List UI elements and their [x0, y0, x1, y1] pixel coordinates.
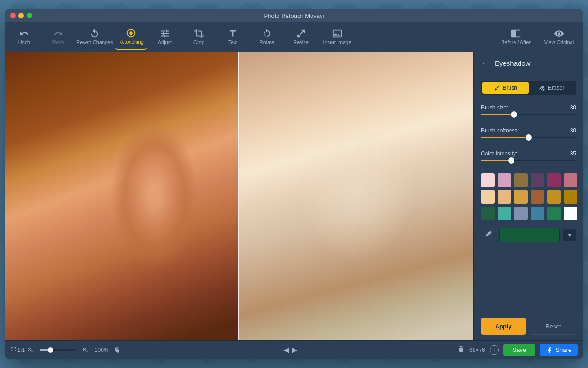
- minimize-button[interactable]: [18, 13, 24, 18]
- brush-eraser-toggle: Brush Eraser: [481, 80, 576, 95]
- color-swatch-11[interactable]: [564, 190, 577, 204]
- zoom-in-button[interactable]: [80, 345, 91, 356]
- adjust-label: Adjust: [158, 40, 172, 45]
- brush-size-section: Brush size: 30: [474, 101, 583, 124]
- eraser-button[interactable]: Eraser: [529, 82, 575, 94]
- bottom-bar: 1:1 100% ◀: [5, 340, 583, 359]
- hand-icon: [114, 346, 122, 354]
- color-swatch-7[interactable]: [498, 190, 511, 204]
- resize-label: Resize: [293, 40, 309, 45]
- brush-button[interactable]: Brush: [482, 82, 529, 94]
- revert-icon: [90, 29, 100, 39]
- revert-button[interactable]: Revert Changes: [76, 24, 113, 50]
- brush-size-track[interactable]: [481, 114, 576, 115]
- color-swatch-8[interactable]: [514, 190, 528, 204]
- redo-button[interactable]: Redo: [42, 24, 74, 50]
- brush-softness-thumb[interactable]: [526, 134, 532, 141]
- adjust-button[interactable]: Adjust: [149, 24, 181, 50]
- photo-after: [239, 52, 473, 340]
- svg-point-1: [129, 31, 132, 34]
- color-palette: [474, 170, 583, 224]
- brush-icon: [494, 85, 500, 91]
- eraser-icon: [539, 85, 545, 91]
- before-after-icon: [511, 29, 521, 39]
- brush-size-label: Brush size:: [481, 104, 508, 111]
- main-window: Photo Retouch Movavi Undo Redo: [5, 9, 583, 359]
- toolbar-right-group: Before / After View Original: [495, 24, 580, 50]
- zoom-slider[interactable]: [40, 349, 76, 351]
- undo-button[interactable]: Undo: [8, 24, 40, 50]
- color-swatch-15[interactable]: [531, 207, 544, 220]
- canvas-area[interactable]: [5, 52, 473, 340]
- retouching-label: Retouching: [118, 39, 144, 45]
- color-swatch-13[interactable]: [498, 207, 511, 220]
- hand-tool-button[interactable]: [113, 345, 124, 356]
- insert-image-icon: [332, 29, 342, 39]
- reset-button[interactable]: Reset: [531, 318, 577, 335]
- color-swatch-14[interactable]: [514, 207, 528, 220]
- view-original-icon: [554, 29, 564, 39]
- close-button[interactable]: [10, 13, 16, 18]
- fullscreen-button[interactable]: [10, 345, 17, 355]
- facebook-icon: [546, 347, 553, 353]
- toolbar: Undo Redo Revert Changes: [5, 22, 583, 52]
- redo-icon: [53, 29, 63, 39]
- save-button[interactable]: Save: [503, 344, 536, 356]
- color-swatch-5[interactable]: [564, 173, 577, 187]
- one-to-one-button[interactable]: 1:1: [17, 347, 25, 353]
- color-swatch-12[interactable]: [481, 207, 495, 220]
- color-swatch-17[interactable]: [564, 207, 577, 220]
- undo-icon: [19, 29, 29, 39]
- color-dropdown-button[interactable]: ▼: [563, 229, 576, 241]
- side-panel: ← Eyeshadow Brush Eraser: [473, 52, 583, 340]
- zoom-percent: 100%: [95, 347, 109, 353]
- color-intensity-thumb[interactable]: [508, 157, 514, 164]
- color-swatch-6[interactable]: [481, 190, 495, 204]
- retouching-button[interactable]: Retouching: [115, 24, 147, 50]
- color-intensity-label: Color intensity:: [481, 150, 517, 157]
- zoom-in-icon: [82, 347, 89, 353]
- title-bar: Photo Retouch Movavi: [5, 9, 583, 22]
- brush-softness-track[interactable]: [481, 137, 576, 138]
- zoom-slider-thumb[interactable]: [48, 347, 53, 353]
- traffic-lights: [10, 13, 32, 18]
- maximize-button[interactable]: [27, 13, 32, 18]
- apply-button[interactable]: Apply: [481, 318, 526, 335]
- brush-size-thumb[interactable]: [511, 111, 517, 118]
- color-swatch-1[interactable]: [498, 173, 511, 187]
- comparison-divider[interactable]: [238, 52, 239, 340]
- color-swatch-2[interactable]: [514, 173, 528, 187]
- color-intensity-track[interactable]: [481, 160, 576, 161]
- color-swatch-16[interactable]: [547, 207, 561, 220]
- image-dimensions: 68×76: [469, 347, 485, 353]
- nav-arrows: ◀ ▶: [283, 345, 297, 354]
- custom-color-preview[interactable]: [499, 228, 560, 242]
- text-button[interactable]: Text: [217, 24, 249, 50]
- fullscreen-icon: [10, 345, 17, 353]
- next-image-button[interactable]: ▶: [292, 345, 297, 354]
- info-button[interactable]: i: [490, 345, 499, 355]
- before-after-button[interactable]: Before / After: [495, 24, 537, 50]
- color-swatch-10[interactable]: [547, 190, 561, 204]
- zoom-out-icon: [27, 347, 34, 353]
- color-swatch-3[interactable]: [531, 173, 544, 187]
- crop-button[interactable]: Crop: [183, 24, 215, 50]
- delete-button[interactable]: [458, 345, 465, 355]
- resize-button[interactable]: Resize: [285, 24, 317, 50]
- redo-label: Redo: [52, 40, 64, 45]
- prev-image-button[interactable]: ◀: [283, 345, 289, 354]
- toolbar-left-group: Undo Redo Revert Changes: [8, 24, 356, 50]
- rotate-button[interactable]: Rotate: [251, 24, 283, 50]
- view-original-button[interactable]: View Original: [538, 24, 580, 50]
- color-swatch-0[interactable]: [481, 173, 495, 187]
- brush-softness-value: 30: [570, 127, 576, 134]
- eyedropper-button[interactable]: [481, 228, 496, 242]
- share-button[interactable]: Share: [540, 344, 578, 356]
- window-title: Photo Retouch Movavi: [264, 12, 324, 19]
- custom-color-row: ▼: [474, 224, 583, 246]
- color-swatch-9[interactable]: [531, 190, 544, 204]
- color-swatch-4[interactable]: [547, 173, 561, 187]
- insert-image-button[interactable]: Insert Image: [319, 24, 356, 50]
- zoom-out-button[interactable]: [25, 345, 36, 356]
- back-button[interactable]: ←: [481, 58, 489, 68]
